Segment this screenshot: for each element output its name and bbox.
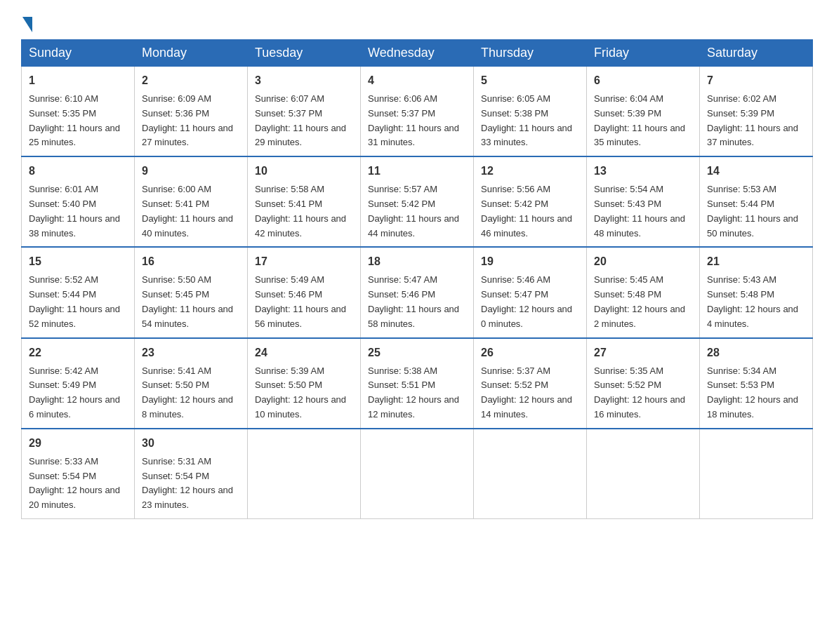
day-number: 26 <box>481 344 579 361</box>
day-info: Sunrise: 5:31 AMSunset: 5:54 PMDaylight:… <box>142 456 233 510</box>
day-info: Sunrise: 5:56 AMSunset: 5:42 PMDaylight:… <box>481 184 572 238</box>
day-info: Sunrise: 6:02 AMSunset: 5:39 PMDaylight:… <box>707 93 798 147</box>
calendar-cell: 5Sunrise: 6:05 AMSunset: 5:38 PMDaylight… <box>474 67 587 157</box>
day-number: 4 <box>368 72 466 89</box>
day-info: Sunrise: 5:52 AMSunset: 5:44 PMDaylight:… <box>29 274 120 328</box>
calendar-week-row: 29Sunrise: 5:33 AMSunset: 5:54 PMDayligh… <box>22 429 813 519</box>
calendar-cell: 14Sunrise: 5:53 AMSunset: 5:44 PMDayligh… <box>700 156 813 247</box>
calendar-cell: 15Sunrise: 5:52 AMSunset: 5:44 PMDayligh… <box>22 247 135 337</box>
calendar-header-tuesday: Tuesday <box>248 40 361 67</box>
calendar-week-row: 22Sunrise: 5:42 AMSunset: 5:49 PMDayligh… <box>22 338 813 429</box>
calendar-cell: 29Sunrise: 5:33 AMSunset: 5:54 PMDayligh… <box>22 429 135 519</box>
day-number: 24 <box>255 344 353 361</box>
day-info: Sunrise: 6:07 AMSunset: 5:37 PMDaylight:… <box>255 93 346 147</box>
calendar-cell: 23Sunrise: 5:41 AMSunset: 5:50 PMDayligh… <box>135 338 248 429</box>
calendar-week-row: 15Sunrise: 5:52 AMSunset: 5:44 PMDayligh… <box>22 247 813 337</box>
day-number: 3 <box>255 72 353 89</box>
day-number: 2 <box>142 72 240 89</box>
calendar-cell: 6Sunrise: 6:04 AMSunset: 5:39 PMDaylight… <box>587 67 700 157</box>
day-number: 18 <box>368 253 466 270</box>
calendar-cell: 24Sunrise: 5:39 AMSunset: 5:50 PMDayligh… <box>248 338 361 429</box>
day-number: 5 <box>481 72 579 89</box>
calendar-cell: 3Sunrise: 6:07 AMSunset: 5:37 PMDaylight… <box>248 67 361 157</box>
calendar-header-monday: Monday <box>135 40 248 67</box>
day-number: 25 <box>368 344 466 361</box>
day-number: 13 <box>594 163 692 180</box>
calendar-cell <box>700 429 813 519</box>
calendar-week-row: 8Sunrise: 6:01 AMSunset: 5:40 PMDaylight… <box>22 156 813 247</box>
day-info: Sunrise: 5:43 AMSunset: 5:48 PMDaylight:… <box>707 274 798 328</box>
day-number: 19 <box>481 253 579 270</box>
calendar-cell: 10Sunrise: 5:58 AMSunset: 5:41 PMDayligh… <box>248 156 361 247</box>
calendar-cell: 28Sunrise: 5:34 AMSunset: 5:53 PMDayligh… <box>700 338 813 429</box>
day-number: 12 <box>481 163 579 180</box>
calendar-header-friday: Friday <box>587 40 700 67</box>
day-number: 21 <box>707 253 805 270</box>
day-number: 14 <box>707 163 805 180</box>
day-info: Sunrise: 5:39 AMSunset: 5:50 PMDaylight:… <box>255 365 346 420</box>
day-info: Sunrise: 5:57 AMSunset: 5:42 PMDaylight:… <box>368 184 459 238</box>
calendar-cell <box>474 429 587 519</box>
day-info: Sunrise: 6:05 AMSunset: 5:38 PMDaylight:… <box>481 93 572 147</box>
day-number: 29 <box>29 435 127 452</box>
day-number: 6 <box>594 72 692 89</box>
calendar-cell <box>248 429 361 519</box>
calendar-cell: 21Sunrise: 5:43 AMSunset: 5:48 PMDayligh… <box>700 247 813 337</box>
calendar-cell: 4Sunrise: 6:06 AMSunset: 5:37 PMDaylight… <box>361 67 474 157</box>
day-info: Sunrise: 5:50 AMSunset: 5:45 PMDaylight:… <box>142 274 233 328</box>
day-info: Sunrise: 5:35 AMSunset: 5:52 PMDaylight:… <box>594 365 685 420</box>
calendar-cell: 11Sunrise: 5:57 AMSunset: 5:42 PMDayligh… <box>361 156 474 247</box>
calendar-cell: 7Sunrise: 6:02 AMSunset: 5:39 PMDaylight… <box>700 67 813 157</box>
day-number: 27 <box>594 344 692 361</box>
day-number: 11 <box>368 163 466 180</box>
day-number: 15 <box>29 253 127 270</box>
logo <box>21 14 32 32</box>
calendar-header-sunday: Sunday <box>22 40 135 67</box>
day-info: Sunrise: 5:53 AMSunset: 5:44 PMDaylight:… <box>707 184 798 238</box>
calendar-cell <box>587 429 700 519</box>
day-number: 28 <box>707 344 805 361</box>
page-header <box>21 14 813 32</box>
day-info: Sunrise: 5:46 AMSunset: 5:47 PMDaylight:… <box>481 274 572 328</box>
day-number: 16 <box>142 253 240 270</box>
calendar-cell: 22Sunrise: 5:42 AMSunset: 5:49 PMDayligh… <box>22 338 135 429</box>
logo-arrow-icon <box>22 17 32 32</box>
day-info: Sunrise: 5:47 AMSunset: 5:46 PMDaylight:… <box>368 274 459 328</box>
day-info: Sunrise: 5:45 AMSunset: 5:48 PMDaylight:… <box>594 274 685 328</box>
day-info: Sunrise: 6:10 AMSunset: 5:35 PMDaylight:… <box>29 93 120 147</box>
calendar-cell: 27Sunrise: 5:35 AMSunset: 5:52 PMDayligh… <box>587 338 700 429</box>
calendar-table: SundayMondayTuesdayWednesdayThursdayFrid… <box>21 39 813 519</box>
calendar-cell: 19Sunrise: 5:46 AMSunset: 5:47 PMDayligh… <box>474 247 587 337</box>
calendar-header-thursday: Thursday <box>474 40 587 67</box>
day-number: 23 <box>142 344 240 361</box>
day-info: Sunrise: 5:34 AMSunset: 5:53 PMDaylight:… <box>707 365 798 420</box>
day-info: Sunrise: 5:37 AMSunset: 5:52 PMDaylight:… <box>481 365 572 420</box>
day-info: Sunrise: 6:00 AMSunset: 5:41 PMDaylight:… <box>142 184 233 238</box>
day-info: Sunrise: 5:38 AMSunset: 5:51 PMDaylight:… <box>368 365 459 420</box>
day-number: 1 <box>29 72 127 89</box>
day-info: Sunrise: 6:01 AMSunset: 5:40 PMDaylight:… <box>29 184 120 238</box>
day-number: 30 <box>142 435 240 452</box>
calendar-cell: 26Sunrise: 5:37 AMSunset: 5:52 PMDayligh… <box>474 338 587 429</box>
calendar-cell: 13Sunrise: 5:54 AMSunset: 5:43 PMDayligh… <box>587 156 700 247</box>
day-number: 9 <box>142 163 240 180</box>
day-info: Sunrise: 5:58 AMSunset: 5:41 PMDaylight:… <box>255 184 346 238</box>
day-number: 17 <box>255 253 353 270</box>
calendar-cell: 2Sunrise: 6:09 AMSunset: 5:36 PMDaylight… <box>135 67 248 157</box>
calendar-cell: 25Sunrise: 5:38 AMSunset: 5:51 PMDayligh… <box>361 338 474 429</box>
calendar-header-row: SundayMondayTuesdayWednesdayThursdayFrid… <box>22 40 813 67</box>
calendar-header-saturday: Saturday <box>700 40 813 67</box>
calendar-cell: 8Sunrise: 6:01 AMSunset: 5:40 PMDaylight… <box>22 156 135 247</box>
day-info: Sunrise: 5:54 AMSunset: 5:43 PMDaylight:… <box>594 184 685 238</box>
calendar-cell: 12Sunrise: 5:56 AMSunset: 5:42 PMDayligh… <box>474 156 587 247</box>
calendar-cell: 18Sunrise: 5:47 AMSunset: 5:46 PMDayligh… <box>361 247 474 337</box>
day-info: Sunrise: 6:04 AMSunset: 5:39 PMDaylight:… <box>594 93 685 147</box>
day-info: Sunrise: 6:06 AMSunset: 5:37 PMDaylight:… <box>368 93 459 147</box>
calendar-cell: 30Sunrise: 5:31 AMSunset: 5:54 PMDayligh… <box>135 429 248 519</box>
calendar-header-wednesday: Wednesday <box>361 40 474 67</box>
calendar-week-row: 1Sunrise: 6:10 AMSunset: 5:35 PMDaylight… <box>22 67 813 157</box>
day-info: Sunrise: 5:42 AMSunset: 5:49 PMDaylight:… <box>29 365 120 420</box>
day-info: Sunrise: 6:09 AMSunset: 5:36 PMDaylight:… <box>142 93 233 147</box>
calendar-cell: 1Sunrise: 6:10 AMSunset: 5:35 PMDaylight… <box>22 67 135 157</box>
day-info: Sunrise: 5:33 AMSunset: 5:54 PMDaylight:… <box>29 456 120 510</box>
